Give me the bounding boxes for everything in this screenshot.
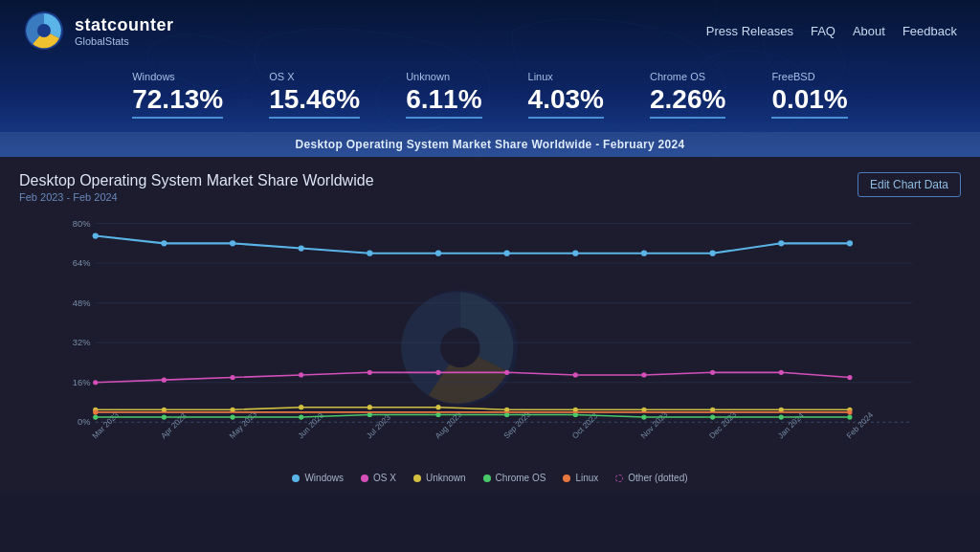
svg-point-61 <box>299 405 303 409</box>
legend-osx: OS X <box>361 473 396 483</box>
svg-point-50 <box>368 370 372 375</box>
header-top: statcounter GlobalStats Press Releases F… <box>0 0 980 61</box>
svg-point-63 <box>435 405 440 409</box>
legend-dot-other <box>615 475 623 482</box>
stat-osx: OS X 15.46% <box>269 71 360 119</box>
legend-unknown: Unknown <box>413 473 466 483</box>
legend-label-chromeos: Chrome OS <box>496 473 546 483</box>
stat-chromeos: Chrome OS 2.26% <box>650 71 725 119</box>
svg-point-44 <box>778 240 784 246</box>
legend-windows: Windows <box>292 473 344 483</box>
svg-point-71 <box>162 414 167 419</box>
svg-point-51 <box>435 370 440 375</box>
svg-text:0%: 0% <box>78 417 90 427</box>
legend-label-linux: Linux <box>575 473 598 483</box>
chart-title: Desktop Operating System Market Share Wo… <box>19 172 374 189</box>
svg-point-37 <box>299 245 304 251</box>
svg-point-54 <box>641 372 646 377</box>
nav-about[interactable]: About <box>853 24 885 38</box>
legend-dot-chromeos <box>483 475 491 482</box>
nav-links: Press Releases FAQ About Feedback <box>706 24 957 38</box>
svg-point-62 <box>368 405 372 409</box>
svg-text:32%: 32% <box>73 338 91 347</box>
statcounter-logo <box>23 10 65 52</box>
svg-point-38 <box>367 251 372 256</box>
stat-freebsd-value: 0.01% <box>771 84 847 119</box>
svg-point-52 <box>504 370 509 375</box>
stat-freebsd: FreeBSD 0.01% <box>771 71 847 119</box>
svg-point-49 <box>299 372 303 377</box>
svg-point-47 <box>162 378 167 383</box>
legend-label-osx: OS X <box>373 473 396 483</box>
legend-dot-linux <box>563 475 570 482</box>
svg-point-43 <box>710 251 716 256</box>
stat-windows-label: Windows <box>132 71 175 82</box>
svg-point-41 <box>572 251 578 256</box>
legend-linux: Linux <box>563 473 598 483</box>
stat-osx-value: 15.46% <box>269 84 360 119</box>
svg-point-70 <box>93 414 98 419</box>
svg-point-9 <box>440 328 480 368</box>
svg-point-45 <box>847 240 853 246</box>
logo-sub: GlobalStats <box>75 35 174 47</box>
legend-other: Other (dotted) <box>615 473 687 483</box>
subtitle-bar: Desktop Operating System Market Share Wo… <box>0 132 980 157</box>
svg-point-81 <box>847 414 852 419</box>
stats-row: Windows 72.13% OS X 15.46% Unknown 6.11%… <box>0 61 980 132</box>
chart-container: 80% 64% 48% 32% 16% 0% Mar 2023 Apr 2023… <box>19 209 961 467</box>
svg-point-57 <box>847 375 852 380</box>
nav-press-releases[interactable]: Press Releases <box>706 24 793 38</box>
legend-label-unknown: Unknown <box>426 473 466 483</box>
nav-faq[interactable]: FAQ <box>811 24 835 38</box>
svg-point-78 <box>641 414 646 419</box>
stat-osx-label: OS X <box>269 71 294 82</box>
header: statcounter GlobalStats Press Releases F… <box>0 0 980 157</box>
svg-text:48%: 48% <box>73 298 91 308</box>
stat-linux-label: Linux <box>528 71 553 82</box>
nav-feedback[interactable]: Feedback <box>902 24 957 38</box>
edit-chart-button[interactable]: Edit Chart Data <box>858 172 961 197</box>
stat-linux-value: 4.03% <box>528 84 604 119</box>
svg-point-73 <box>299 414 303 419</box>
chart-section: Desktop Operating System Market Share Wo… <box>0 157 980 493</box>
svg-point-55 <box>710 370 715 375</box>
svg-point-80 <box>779 414 784 419</box>
svg-text:64%: 64% <box>73 258 91 268</box>
svg-point-79 <box>710 414 715 419</box>
svg-point-48 <box>230 375 234 380</box>
logo-text-area: statcounter GlobalStats <box>75 15 174 47</box>
legend-dot-windows <box>292 475 300 482</box>
legend-dot-osx <box>361 475 368 482</box>
svg-point-35 <box>161 240 167 246</box>
svg-point-56 <box>779 370 784 375</box>
svg-point-83 <box>847 409 852 414</box>
svg-point-53 <box>573 372 578 377</box>
svg-point-34 <box>93 232 99 238</box>
stat-chromeos-label: Chrome OS <box>650 71 705 82</box>
chart-header: Desktop Operating System Market Share Wo… <box>19 172 961 203</box>
svg-point-6 <box>37 24 51 37</box>
svg-point-72 <box>230 414 234 419</box>
svg-text:16%: 16% <box>73 378 91 387</box>
line-chart: 80% 64% 48% 32% 16% 0% Mar 2023 Apr 2023… <box>19 209 961 467</box>
svg-point-36 <box>230 240 235 246</box>
logo-area: statcounter GlobalStats <box>23 10 174 52</box>
stat-unknown-value: 6.11% <box>406 84 481 119</box>
svg-text:80%: 80% <box>73 219 91 229</box>
stat-unknown-label: Unknown <box>406 71 450 82</box>
svg-point-46 <box>93 380 98 385</box>
legend-label-windows: Windows <box>304 473 344 483</box>
chart-date-range: Feb 2023 - Feb 2024 <box>19 191 374 203</box>
legend-label-other: Other (dotted) <box>628 473 687 483</box>
stat-windows-value: 72.13% <box>132 84 223 119</box>
legend-chromeos: Chrome OS <box>483 473 546 483</box>
svg-point-42 <box>641 251 647 256</box>
stat-chromeos-value: 2.26% <box>650 84 725 119</box>
logo-name: statcounter <box>75 15 174 35</box>
stat-unknown: Unknown 6.11% <box>406 71 481 119</box>
subtitle-text: Desktop Operating System Market Share Wo… <box>296 138 685 151</box>
stat-windows: Windows 72.13% <box>132 71 223 119</box>
svg-point-82 <box>93 409 98 414</box>
chart-title-area: Desktop Operating System Market Share Wo… <box>19 172 374 203</box>
svg-point-39 <box>435 251 441 256</box>
